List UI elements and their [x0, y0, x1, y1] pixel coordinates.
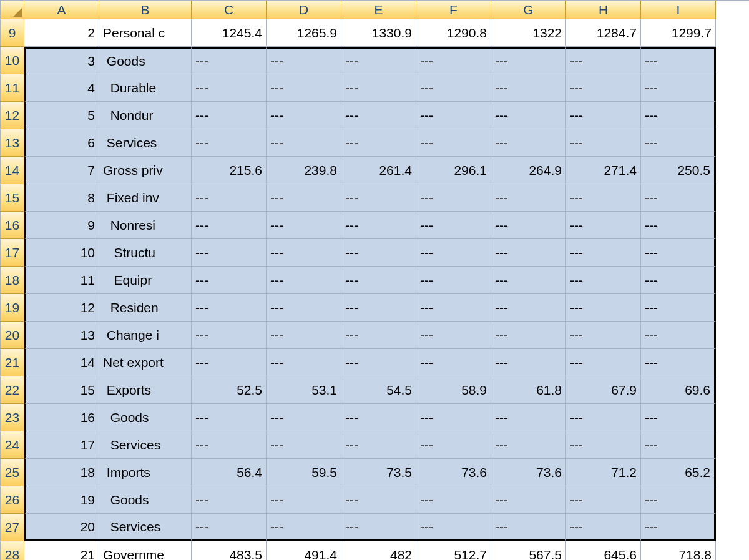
row-header[interactable]: 20: [1, 322, 24, 349]
cell-C22[interactable]: 52.5: [192, 376, 267, 404]
cell-D27[interactable]: ---: [267, 514, 341, 541]
cell-B11[interactable]: Durable: [99, 74, 192, 102]
cell-H27[interactable]: ---: [566, 514, 641, 541]
cell-F17[interactable]: ---: [416, 239, 491, 267]
cell-B27[interactable]: Services: [99, 514, 192, 541]
cell-D15[interactable]: ---: [267, 184, 341, 212]
cell-H12[interactable]: ---: [566, 102, 641, 129]
cell-I19[interactable]: ---: [641, 294, 716, 322]
col-header-E[interactable]: E: [341, 1, 416, 19]
row-header[interactable]: 17: [1, 239, 24, 267]
cell-E16[interactable]: ---: [341, 212, 416, 239]
cell-E10[interactable]: ---: [341, 47, 416, 74]
cell-B16[interactable]: Nonresi: [99, 212, 192, 239]
cell-F22[interactable]: 58.9: [416, 376, 491, 404]
cell-E11[interactable]: ---: [341, 74, 416, 102]
row-header[interactable]: 22: [1, 376, 24, 404]
row-header[interactable]: 12: [1, 102, 24, 129]
cell-A23[interactable]: 16: [24, 404, 99, 431]
cell-C26[interactable]: ---: [192, 486, 267, 514]
cell-H18[interactable]: ---: [566, 267, 641, 294]
cell-E25[interactable]: 73.5: [341, 459, 416, 486]
cell-A12[interactable]: 5: [24, 102, 99, 129]
cell-H11[interactable]: ---: [566, 74, 641, 102]
cell-D9[interactable]: 1265.9: [267, 19, 341, 47]
cell-A15[interactable]: 8: [24, 184, 99, 212]
cell-H21[interactable]: ---: [566, 349, 641, 376]
cell-B22[interactable]: Exports: [99, 376, 192, 404]
cell-H24[interactable]: ---: [566, 431, 641, 459]
cell-D11[interactable]: ---: [267, 74, 341, 102]
cell-A14[interactable]: 7: [24, 157, 99, 184]
cell-H22[interactable]: 67.9: [566, 376, 641, 404]
cell-H20[interactable]: ---: [566, 322, 641, 349]
cell-H16[interactable]: ---: [566, 212, 641, 239]
cell-C10[interactable]: ---: [192, 47, 267, 74]
cell-H25[interactable]: 71.2: [566, 459, 641, 486]
cell-G9[interactable]: 1322: [491, 19, 566, 47]
cell-E21[interactable]: ---: [341, 349, 416, 376]
cell-A24[interactable]: 17: [24, 431, 99, 459]
row-header[interactable]: 25: [1, 459, 24, 486]
cell-C25[interactable]: 56.4: [192, 459, 267, 486]
cell-G12[interactable]: ---: [491, 102, 566, 129]
cell-B19[interactable]: Residen: [99, 294, 192, 322]
cell-E14[interactable]: 261.4: [341, 157, 416, 184]
cell-C24[interactable]: ---: [192, 431, 267, 459]
cell-I10[interactable]: ---: [641, 47, 716, 74]
cell-G19[interactable]: ---: [491, 294, 566, 322]
cell-I16[interactable]: ---: [641, 212, 716, 239]
cell-B23[interactable]: Goods: [99, 404, 192, 431]
cell-C23[interactable]: ---: [192, 404, 267, 431]
cell-F27[interactable]: ---: [416, 514, 491, 541]
col-header-F[interactable]: F: [416, 1, 491, 19]
cell-C14[interactable]: 215.6: [192, 157, 267, 184]
cell-F26[interactable]: ---: [416, 486, 491, 514]
cell-A17[interactable]: 10: [24, 239, 99, 267]
cell-C21[interactable]: ---: [192, 349, 267, 376]
cell-F16[interactable]: ---: [416, 212, 491, 239]
cell-B24[interactable]: Services: [99, 431, 192, 459]
row-header[interactable]: 14: [1, 157, 24, 184]
cell-D21[interactable]: ---: [267, 349, 341, 376]
cell-G16[interactable]: ---: [491, 212, 566, 239]
cell-F12[interactable]: ---: [416, 102, 491, 129]
cell-A11[interactable]: 4: [24, 74, 99, 102]
cell-A18[interactable]: 11: [24, 267, 99, 294]
cell-G26[interactable]: ---: [491, 486, 566, 514]
cell-H26[interactable]: ---: [566, 486, 641, 514]
col-header-I[interactable]: I: [641, 1, 716, 19]
cell-F9[interactable]: 1290.8: [416, 19, 491, 47]
cell-E19[interactable]: ---: [341, 294, 416, 322]
cell-G17[interactable]: ---: [491, 239, 566, 267]
cell-A25[interactable]: 18: [24, 459, 99, 486]
cell-G11[interactable]: ---: [491, 74, 566, 102]
cell-H14[interactable]: 271.4: [566, 157, 641, 184]
select-all-corner[interactable]: [1, 1, 24, 19]
cell-G21[interactable]: ---: [491, 349, 566, 376]
cell-B14[interactable]: Gross priv: [99, 157, 192, 184]
cell-H23[interactable]: ---: [566, 404, 641, 431]
cell-B9[interactable]: Personal c: [99, 19, 192, 47]
cell-G10[interactable]: ---: [491, 47, 566, 74]
row-header[interactable]: 13: [1, 129, 24, 157]
cell-A9[interactable]: 2: [24, 19, 99, 47]
cell-A20[interactable]: 13: [24, 322, 99, 349]
row-header[interactable]: 24: [1, 431, 24, 459]
row-header[interactable]: 10: [1, 47, 24, 74]
cell-F11[interactable]: ---: [416, 74, 491, 102]
cell-B18[interactable]: Equipr: [99, 267, 192, 294]
col-header-A[interactable]: A: [24, 1, 99, 19]
cell-G13[interactable]: ---: [491, 129, 566, 157]
cell-A27[interactable]: 20: [24, 514, 99, 541]
row-header[interactable]: 23: [1, 404, 24, 431]
cell-D23[interactable]: ---: [267, 404, 341, 431]
cell-C17[interactable]: ---: [192, 239, 267, 267]
cell-I18[interactable]: ---: [641, 267, 716, 294]
cell-G14[interactable]: 264.9: [491, 157, 566, 184]
cell-E9[interactable]: 1330.9: [341, 19, 416, 47]
cell-E23[interactable]: ---: [341, 404, 416, 431]
cell-C9[interactable]: 1245.4: [192, 19, 267, 47]
cell-B26[interactable]: Goods: [99, 486, 192, 514]
cell-H28[interactable]: 645.6: [566, 541, 641, 560]
